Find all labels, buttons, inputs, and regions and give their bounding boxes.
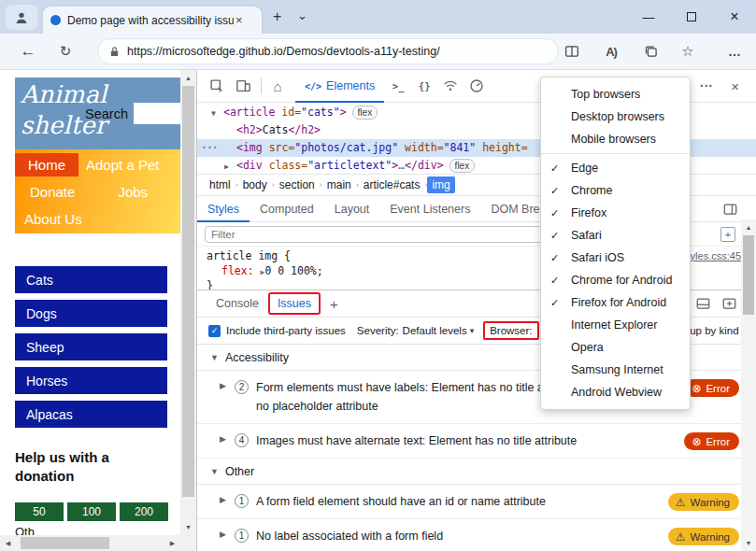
dropdown-item-safari[interactable]: ✓Safari bbox=[541, 224, 690, 247]
dropdown-item-firefox[interactable]: ✓Firefox bbox=[541, 202, 690, 224]
nav-link-home[interactable]: Home bbox=[15, 153, 78, 177]
tab-layout[interactable]: Layout bbox=[324, 195, 380, 222]
devtools-more-icon[interactable]: ··· bbox=[700, 78, 713, 93]
crumb-main[interactable]: main bbox=[322, 177, 356, 193]
refresh-button[interactable]: ↻ bbox=[52, 34, 78, 69]
back-button[interactable]: ← bbox=[15, 34, 41, 69]
nav-link-jobs[interactable]: Jobs bbox=[110, 180, 155, 204]
animal-button-sheep[interactable]: Sheep bbox=[15, 333, 167, 360]
tab-elements[interactable]: </> Elements bbox=[295, 70, 384, 103]
flex-badge[interactable]: flex bbox=[352, 106, 378, 120]
crumb-img-selected[interactable]: img bbox=[427, 177, 454, 193]
dropdown-item-edge[interactable]: ✓Edge bbox=[541, 157, 690, 179]
devtools-close-icon[interactable]: × bbox=[731, 78, 739, 94]
sources-tab-icon[interactable]: {} bbox=[416, 80, 433, 92]
donate-100-button[interactable]: 100 bbox=[67, 502, 116, 521]
expand-arrow-icon[interactable]: ▼ bbox=[211, 105, 216, 122]
issues-section-other[interactable]: ▼ Other bbox=[197, 459, 756, 485]
node-menu-icon[interactable]: ··· bbox=[201, 139, 218, 157]
inspect-element-icon[interactable] bbox=[208, 78, 225, 94]
console-tab-icon[interactable]: >_ bbox=[390, 80, 407, 92]
issue-expand-icon[interactable]: ▶ bbox=[220, 431, 227, 444]
dropdown-item-top-browsers[interactable]: Top browsers bbox=[541, 83, 690, 106]
vertical-scroll-thumb[interactable] bbox=[743, 235, 754, 315]
dropdown-item-android-webview[interactable]: Android Webview bbox=[541, 381, 690, 403]
address-bar[interactable]: https://microsoftedge.github.io/Demos/de… bbox=[97, 38, 559, 64]
issue-expand-icon[interactable]: ▶ bbox=[220, 378, 227, 390]
dropdown-item-samsung-internet[interactable]: Samsung Internet bbox=[541, 359, 690, 381]
animal-button-cats[interactable]: Cats bbox=[15, 266, 167, 293]
crumb-article[interactable]: article#cats bbox=[359, 177, 425, 193]
crumb-html[interactable]: html bbox=[205, 177, 235, 193]
animal-button-alpacas[interactable]: Alpacas bbox=[15, 401, 167, 428]
devtools-vertical-scrollbar[interactable]: ▲ ▼ bbox=[741, 219, 756, 551]
section-expand-icon[interactable]: ▼ bbox=[210, 467, 219, 476]
dock-panel-icon[interactable] bbox=[694, 296, 711, 311]
dropdown-item-safari-ios[interactable]: ✓Safari iOS bbox=[541, 247, 690, 269]
animal-button-horses[interactable]: Horses bbox=[15, 367, 167, 394]
tab-event-listeners[interactable]: Event Listeners bbox=[379, 195, 480, 222]
add-drawer-tab-icon[interactable]: + bbox=[330, 296, 338, 312]
scroll-down-icon[interactable]: ▼ bbox=[741, 535, 756, 551]
donate-50-button[interactable]: 50 bbox=[15, 502, 64, 521]
collapse-arrow-icon[interactable]: ▶ bbox=[224, 158, 229, 176]
css-source-link[interactable]: styles.css:45 bbox=[682, 249, 741, 264]
issue-expand-icon[interactable]: ▶ bbox=[220, 492, 227, 504]
settings-more-icon[interactable]: … bbox=[721, 34, 748, 69]
dropdown-item-opera[interactable]: Opera bbox=[541, 336, 690, 359]
tab-menu-icon[interactable]: ⌄ bbox=[297, 8, 307, 22]
profile-button[interactable] bbox=[6, 5, 37, 30]
flex-badge[interactable]: flex bbox=[449, 159, 476, 173]
nav-link-donate[interactable]: Donate bbox=[22, 180, 82, 204]
scroll-left-icon[interactable]: ◀ bbox=[0, 535, 16, 551]
vertical-scroll-thumb[interactable] bbox=[182, 86, 194, 497]
new-tab-button[interactable]: + bbox=[273, 8, 281, 25]
dropdown-item-chrome[interactable]: ✓Chrome bbox=[541, 179, 690, 202]
tab-computed[interactable]: Computed bbox=[250, 195, 324, 222]
dropdown-item-internet-explorer[interactable]: Internet Explorer bbox=[541, 314, 690, 336]
tab-issues-highlighted[interactable]: Issues bbox=[268, 292, 321, 315]
page-horizontal-scrollbar[interactable]: ◀ ▶ bbox=[0, 535, 180, 551]
collections-icon[interactable] bbox=[637, 34, 663, 69]
nav-link-adopt[interactable]: Adopt a Pet bbox=[78, 153, 166, 177]
new-style-rule-icon[interactable]: + bbox=[720, 227, 735, 242]
page-vertical-scrollbar[interactable]: ▲ ▼ bbox=[180, 70, 196, 535]
close-window-button[interactable]: × bbox=[713, 0, 756, 34]
toggle-sidebar-icon[interactable] bbox=[723, 203, 737, 216]
split-screen-icon[interactable] bbox=[559, 34, 585, 69]
device-emulation-icon[interactable] bbox=[235, 78, 251, 93]
css-selector[interactable]: article img { bbox=[207, 249, 291, 262]
section-expand-icon[interactable]: ▼ bbox=[210, 353, 219, 362]
include-third-party-checkbox[interactable]: ✓ bbox=[208, 325, 221, 337]
animal-button-dogs[interactable]: Dogs bbox=[15, 300, 167, 327]
issue-expand-icon[interactable]: ▶ bbox=[220, 527, 227, 539]
severity-dropdown[interactable]: Default levels bbox=[403, 325, 467, 336]
issue-row[interactable]: ▶ 4 Images must have alternate text: Ele… bbox=[197, 424, 756, 459]
minimize-button[interactable]: — bbox=[627, 0, 670, 34]
read-aloud-icon[interactable]: A) bbox=[598, 34, 624, 69]
favorites-star-icon[interactable]: ☆ bbox=[675, 34, 701, 69]
issue-row[interactable]: ▶ 1 A form field element should have an … bbox=[197, 485, 756, 519]
scroll-down-icon[interactable]: ▼ bbox=[180, 519, 196, 535]
dropdown-item-mobile-browsers[interactable]: Mobile browsers bbox=[541, 128, 690, 150]
nav-link-about[interactable]: About Us bbox=[17, 207, 90, 231]
issue-row[interactable]: ▶ 1 No label associated with a form fiel… bbox=[197, 519, 756, 551]
scroll-up-icon[interactable]: ▲ bbox=[741, 219, 756, 235]
css-property[interactable]: flex: bbox=[221, 264, 254, 277]
crumb-section[interactable]: section bbox=[275, 177, 320, 193]
network-tab-icon[interactable] bbox=[442, 79, 459, 92]
close-tab-icon[interactable]: × bbox=[235, 13, 243, 27]
maximize-button[interactable] bbox=[670, 0, 713, 34]
welcome-tab-icon[interactable]: ⌂ bbox=[269, 78, 286, 94]
tab-styles[interactable]: Styles bbox=[197, 195, 250, 222]
expand-panel-icon[interactable] bbox=[720, 296, 737, 311]
browser-tab[interactable]: Demo page with accessibility issues × bbox=[43, 7, 262, 34]
dropdown-item-chrome-android[interactable]: ✓Chrome for Android bbox=[541, 269, 690, 291]
donate-200-button[interactable]: 200 bbox=[120, 502, 168, 521]
horizontal-scroll-thumb[interactable] bbox=[21, 537, 109, 549]
browser-filter-label-highlighted[interactable]: Browser: bbox=[483, 321, 538, 340]
scroll-right-icon[interactable]: ▶ bbox=[164, 535, 180, 551]
scroll-up-icon[interactable]: ▲ bbox=[180, 70, 196, 86]
dropdown-item-desktop-browsers[interactable]: Desktop browsers bbox=[541, 106, 690, 128]
dropdown-item-firefox-android[interactable]: ✓Firefox for Android bbox=[541, 291, 690, 314]
